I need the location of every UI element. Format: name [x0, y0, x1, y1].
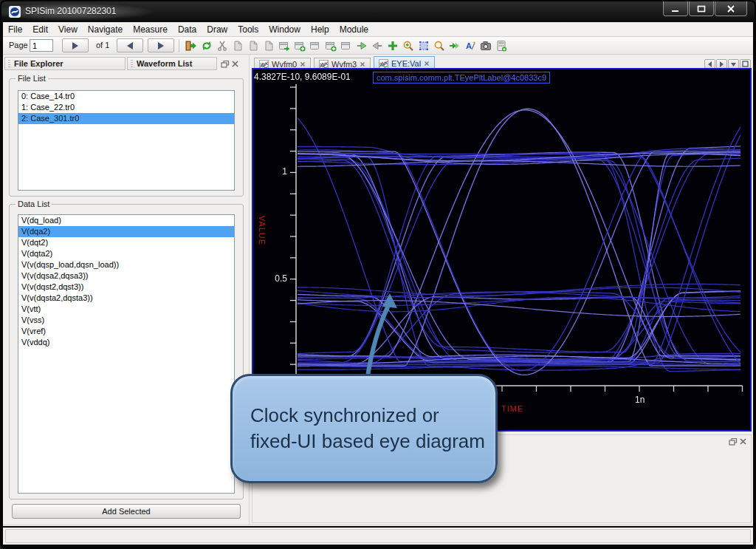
right-arrow-icon — [158, 42, 164, 50]
menu-window[interactable]: Window — [264, 22, 306, 36]
add-pane-icon[interactable] — [323, 39, 338, 52]
window-title: SPISim 201007282301 — [25, 6, 116, 16]
measure-icon[interactable]: A — [462, 39, 478, 52]
menu-module[interactable]: Module — [334, 22, 374, 36]
list-item[interactable]: V(vtt) — [18, 304, 234, 315]
float-panel-icon[interactable] — [728, 436, 738, 446]
list-item[interactable]: V(dqt2) — [18, 237, 234, 248]
zoom-in-icon[interactable] — [400, 39, 416, 52]
list-item[interactable]: V(vddq) — [18, 337, 234, 348]
tab-label: EYE:Val — [391, 59, 421, 68]
menu-file[interactable]: File — [3, 22, 27, 36]
menu-tools[interactable]: Tools — [233, 22, 264, 36]
next-button[interactable] — [148, 38, 174, 52]
list-item[interactable]: V(v(dqsta2,dqsta3)) — [18, 293, 234, 304]
remove-pane-icon[interactable] — [338, 39, 354, 52]
horizontal-splitter[interactable] — [3, 525, 753, 526]
app-window: SPISim 201007282301 FileEditViewNavigate… — [0, 0, 756, 549]
page-count-label: of 1 — [96, 41, 109, 50]
close-tab-icon[interactable] — [300, 61, 306, 67]
export-pane-icon[interactable] — [276, 39, 292, 52]
status-bar-inset — [5, 529, 751, 543]
callout-line-1: Clock synchronized or — [250, 403, 485, 429]
list-item[interactable]: V(v(dqst2,dqst3)) — [18, 282, 234, 293]
list-item[interactable]: V(v(dqsa2,dqsa3)) — [18, 270, 234, 282]
new-pane-icon[interactable] — [292, 39, 307, 52]
list-item[interactable]: V(vref) — [18, 326, 234, 337]
list-item[interactable]: V(v(dqsp_load,dqsn_load)) — [18, 259, 234, 270]
title-bar[interactable]: SPISim 201007282301 — [1, 1, 755, 22]
x-axis-label: TIME — [501, 404, 523, 413]
forward-icon[interactable] — [354, 39, 369, 52]
tab-label: File Explorer — [14, 59, 63, 68]
list-item[interactable]: 2: Case_301.tr0 — [18, 113, 234, 124]
waveform-chart-icon — [379, 59, 388, 69]
float-panel-icon[interactable] — [220, 58, 230, 68]
pane-icon[interactable] — [307, 39, 323, 52]
window-controls — [662, 1, 747, 16]
app-icon — [9, 6, 21, 18]
right-arrow-icon — [72, 42, 78, 50]
list-item[interactable]: 1: Case_22.tr0 — [18, 102, 234, 113]
tab-label: Waveform List — [137, 59, 192, 68]
list-item[interactable]: V(dqta2) — [18, 248, 234, 259]
status-bar — [3, 528, 753, 545]
tab-file-explorer[interactable]: File Explorer — [4, 57, 126, 70]
prev-button[interactable] — [117, 38, 143, 52]
zoom-out-icon[interactable] — [431, 39, 447, 52]
file-list-label: File List — [16, 74, 48, 83]
close-tab-icon[interactable] — [360, 61, 365, 67]
cut-icon[interactable] — [214, 39, 230, 52]
add-selected-button[interactable]: Add Selected — [12, 504, 241, 519]
y-tick-label: 1 — [265, 166, 287, 177]
list-item[interactable]: V(dq_load) — [18, 215, 234, 226]
open-plot-icon[interactable] — [183, 39, 199, 52]
list-item[interactable]: V(dqa2) — [18, 226, 234, 237]
close-tab-icon[interactable] — [424, 61, 430, 67]
x-tick-label: 1n — [635, 395, 645, 405]
duplicate-icon[interactable] — [261, 39, 276, 52]
y-tick-label: 0.5 — [265, 273, 287, 284]
page-label: Page — [9, 41, 28, 50]
minimize-button[interactable] — [663, 1, 688, 16]
close-panel-icon[interactable] — [738, 436, 748, 446]
menu-draw[interactable]: Draw — [202, 22, 233, 36]
menu-edit[interactable]: Edit — [27, 22, 53, 36]
refresh-icon[interactable] — [199, 39, 214, 52]
toolbar-separator — [179, 39, 179, 52]
annotation-callout: Clock synchronized or fixed-UI based eye… — [230, 374, 498, 483]
next-page-button[interactable] — [62, 38, 89, 52]
menu-data[interactable]: Data — [173, 22, 202, 36]
calculator-icon[interactable] — [493, 39, 509, 52]
plot-title-label: com.spisim.comm.plt.TEyePltLabel@4c0833c… — [373, 72, 550, 83]
menu-bar: FileEditViewNavigateMeasureDataDrawTools… — [3, 22, 753, 37]
list-item[interactable]: 0: Case_14.tr0 — [18, 91, 234, 102]
callout-line-2: fixed-UI based eye diagram — [250, 429, 485, 454]
menu-help[interactable]: Help — [306, 22, 334, 36]
list-item[interactable]: V(vss) — [18, 315, 234, 326]
go-icon[interactable] — [447, 39, 462, 52]
maximize-button[interactable] — [689, 1, 714, 16]
data-listbox[interactable]: V(dq_load)V(dqa2)V(dqt2)V(dqta2)V(v(dqsp… — [18, 214, 235, 494]
copy-icon[interactable] — [230, 39, 245, 52]
y-axis-label: VALUE — [258, 216, 267, 245]
file-listbox[interactable]: 0: Case_14.tr01: Case_22.tr02: Case_301.… — [18, 90, 235, 191]
menu-view[interactable]: View — [53, 22, 83, 36]
left-arrow-icon — [127, 42, 133, 50]
svg-text:A: A — [466, 41, 472, 50]
back-icon[interactable] — [369, 39, 385, 52]
close-panel-icon[interactable] — [230, 58, 240, 68]
menu-measure[interactable]: Measure — [128, 22, 173, 36]
toolbar-icons: A — [183, 39, 509, 52]
cursor-readout: 4.3827E-10, 9.6089E-01 — [254, 72, 351, 82]
page-input[interactable] — [30, 39, 53, 52]
menu-navigate[interactable]: Navigate — [83, 22, 128, 36]
zoom-region-icon[interactable] — [416, 39, 431, 52]
paste-icon[interactable] — [245, 39, 261, 52]
close-button[interactable] — [715, 1, 747, 16]
tab-waveform-list[interactable]: Waveform List — [127, 57, 217, 70]
toolbar: Page of 1 A — [3, 37, 753, 55]
add-waveform-icon[interactable] — [385, 39, 400, 52]
data-list-label: Data List — [16, 200, 52, 208]
snapshot-icon[interactable] — [478, 39, 493, 52]
